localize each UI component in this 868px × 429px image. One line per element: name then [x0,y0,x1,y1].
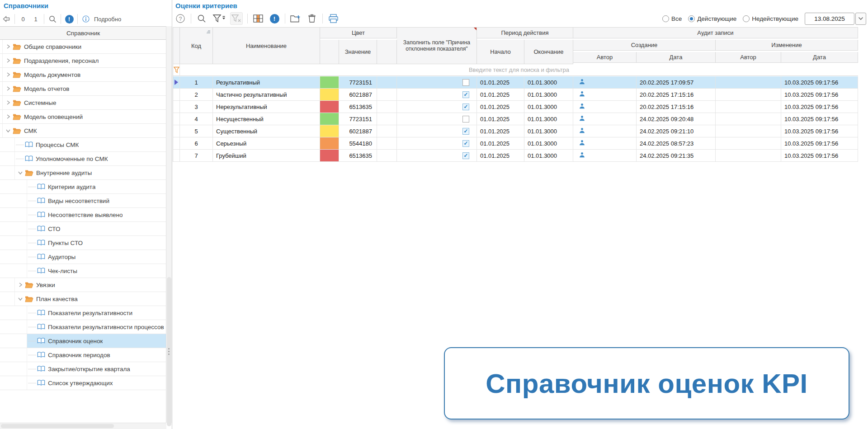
cell-period-start[interactable]: 01.01.2025 [477,137,524,150]
cell-code[interactable]: 4 [180,113,213,125]
chevron-right-icon[interactable] [4,43,13,50]
column-header-code[interactable]: Код [180,28,213,64]
cell-period-end[interactable]: 01.01.3000 [524,89,573,101]
row-indicator-cell[interactable] [173,89,180,101]
row-indicator-cell[interactable] [173,76,180,89]
cell-code[interactable]: 6 [180,137,213,150]
chevron-down-icon[interactable] [4,127,13,134]
cell-code[interactable]: 5 [180,125,213,137]
cell-color-swatch[interactable] [320,125,339,137]
cell-code[interactable]: 1 [180,76,213,89]
chevron-right-icon[interactable] [4,71,13,78]
cell-color-swatch[interactable] [320,89,339,101]
cell-color-swatch[interactable] [320,76,339,89]
radio-active[interactable]: Действующие [688,15,736,22]
search-icon[interactable] [48,14,57,24]
add-folder-icon[interactable] [290,12,302,25]
cell-created-date[interactable]: 24.02.2025 09:20:48 [637,113,716,125]
cell-created-date[interactable]: 20.02.2025 17:15:16 [637,101,716,113]
cell-created-author[interactable] [573,150,637,162]
cell-fill-reason-checkbox[interactable] [397,113,477,125]
detail-info-icon[interactable] [81,14,90,24]
checkbox-checked[interactable]: ✓ [462,104,469,110]
search-icon[interactable] [196,12,208,25]
date-dropdown-button[interactable] [855,13,866,25]
column-header-value[interactable]: Значение [339,40,377,64]
tree-item[interactable]: Увязки [0,278,166,292]
cell-period-end[interactable]: 01.01.3000 [524,125,573,137]
cell-modified-date[interactable]: 10.03.2025 09:17:56 [781,89,858,101]
cell-period-start[interactable]: 01.01.2025 [477,89,524,101]
cell-name[interactable]: Грубейший [213,150,320,162]
cell-modified-author[interactable] [716,89,781,101]
back-arrow-icon[interactable] [2,14,11,24]
cell-modified-date[interactable]: 10.03.2025 09:17:56 [781,125,858,137]
filter-icon[interactable] [212,12,226,25]
sidebar-vertical-scrollbar[interactable] [166,26,172,423]
cell-modified-author[interactable] [716,150,781,162]
cell-name[interactable]: Несущественный [213,113,320,125]
cell-period-start[interactable]: 01.01.2025 [477,150,524,162]
column-group-color[interactable]: Цвет [320,28,397,38]
cell-created-date[interactable]: 24.02.2025 09:21:10 [637,125,716,137]
tree-item[interactable]: Справочник оценок [0,334,166,348]
column-group-validity-period[interactable]: Период действия [477,28,573,38]
tree-item[interactable]: Уполномоченные по СМК [0,152,166,166]
clear-filter-icon[interactable] [230,12,243,25]
expand-level-0-button[interactable]: 0 [19,14,28,24]
cell-name[interactable]: Результативный [213,76,320,89]
chevron-right-icon[interactable] [16,282,25,288]
cell-created-author[interactable] [573,89,637,101]
tree-item[interactable]: Список утверждающих [0,376,166,390]
column-header-creation-date[interactable]: Дата [637,52,716,63]
chevron-right-icon[interactable] [4,85,13,92]
tree-item[interactable]: План качества [0,292,166,306]
chevron-right-icon[interactable] [4,57,13,64]
cell-modified-author[interactable] [716,113,781,125]
tree-item[interactable]: Модель документов [0,68,166,82]
tree-item[interactable]: Модель оповещений [0,110,166,124]
cell-code[interactable]: 7 [180,150,213,162]
tree-item[interactable]: Общие справочники [0,40,166,54]
column-group-modification[interactable]: Изменение [716,40,858,51]
cell-color-value[interactable]: 7723151 [339,113,377,125]
cell-created-author[interactable] [573,125,637,137]
cell-name[interactable]: Частично результативный [213,89,320,101]
cell-fill-reason-checkbox[interactable]: ✓ [397,125,477,137]
checkbox-checked[interactable]: ✓ [462,128,469,135]
column-header-start[interactable]: Начало [477,40,524,64]
expand-level-1-button[interactable]: 1 [31,14,40,24]
cell-created-author[interactable] [573,76,637,89]
tree-item[interactable]: Процессы СМК [0,138,166,152]
tree-item[interactable]: Закрытие/открытие квартала [0,362,166,376]
column-header-modification-date[interactable]: Дата [781,52,858,63]
cell-color-swatch[interactable] [320,137,339,150]
checkbox-unchecked[interactable] [462,79,469,86]
cell-created-author[interactable] [573,113,637,125]
print-icon[interactable] [327,12,339,25]
cell-modified-author[interactable] [716,76,781,89]
cell-name[interactable]: Серьезный [213,137,320,150]
cell-name[interactable]: Существенный [213,125,320,137]
cell-period-end[interactable]: 01.01.3000 [524,76,573,89]
tree-item[interactable]: Системные [0,96,166,110]
cell-created-date[interactable]: 20.02.2025 17:15:16 [637,89,716,101]
chevron-right-icon[interactable] [4,113,13,120]
cell-created-author[interactable] [573,137,637,150]
cell-color-swatch[interactable] [320,113,339,125]
tree-item[interactable]: Справочник периодов [0,348,166,362]
cell-created-date[interactable]: 24.02.2025 08:57:23 [637,137,716,150]
tree-item[interactable]: Пункты СТО [0,236,166,250]
cell-modified-author[interactable] [716,125,781,137]
row-indicator-cell[interactable] [173,113,180,125]
column-header-color-swatch[interactable] [320,40,339,64]
tree-item[interactable]: Модель отчетов [0,82,166,96]
cell-period-end[interactable]: 01.01.3000 [524,137,573,150]
cell-period-start[interactable]: 01.01.2025 [477,125,524,137]
tree-item[interactable]: Внутренние аудиты [0,166,166,180]
column-header-end[interactable]: Окончание [524,40,573,64]
cell-period-end[interactable]: 01.01.3000 [524,113,573,125]
tree-column-header[interactable]: Справочник [0,26,166,40]
tree-item[interactable]: Виды несоответствий [0,194,166,208]
cell-modified-date[interactable]: 10.03.2025 09:17:56 [781,113,858,125]
